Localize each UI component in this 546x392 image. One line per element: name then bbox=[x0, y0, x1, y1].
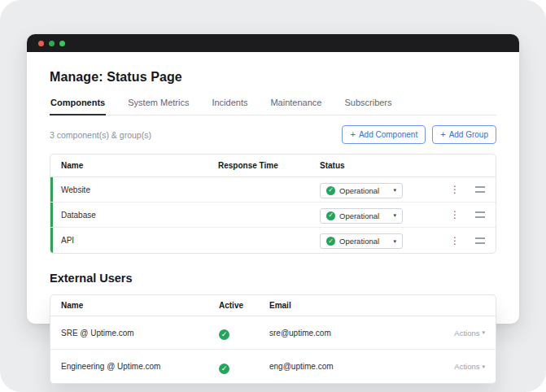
table-row: Database ✓ Operational ▾ ⋮ bbox=[50, 203, 496, 228]
add-component-button[interactable]: + Add Component bbox=[342, 125, 426, 144]
col-name: Name bbox=[61, 301, 219, 310]
user-name: SRE @ Uptime.com bbox=[61, 329, 219, 338]
tab-bar: Components System Metrics Incidents Main… bbox=[50, 98, 496, 115]
component-name: API bbox=[61, 236, 218, 245]
actions-dropdown[interactable]: Actions ▾ bbox=[425, 329, 485, 338]
table-row: Engineering @ Uptime.com ✓ eng@uptime.co… bbox=[50, 350, 496, 383]
page-title: Manage: Status Page bbox=[50, 70, 496, 85]
actions-dropdown[interactable]: Actions ▾ bbox=[425, 362, 485, 371]
chevron-down-icon: ▾ bbox=[393, 187, 396, 194]
col-response-time: Response Time bbox=[218, 161, 320, 170]
status-dropdown[interactable]: ✓ Operational ▾ bbox=[320, 183, 403, 198]
components-summary: 3 component(s) & group(s) bbox=[50, 130, 151, 140]
tab-components[interactable]: Components bbox=[50, 98, 106, 115]
kebab-menu-icon[interactable]: ⋮ bbox=[446, 209, 464, 220]
add-group-label: Add Group bbox=[449, 130, 488, 139]
table-row: SRE @ Uptime.com ✓ sre@uptime.com Action… bbox=[50, 316, 496, 350]
component-name: Website bbox=[61, 185, 218, 194]
col-email: Email bbox=[269, 301, 425, 310]
browser-window: Manage: Status Page Components System Me… bbox=[27, 34, 519, 324]
drag-handle-icon[interactable] bbox=[475, 237, 485, 244]
active-check-icon: ✓ bbox=[219, 329, 229, 340]
plus-icon: + bbox=[350, 130, 355, 139]
check-icon: ✓ bbox=[326, 237, 335, 246]
screenshot-stage: Manage: Status Page Components System Me… bbox=[0, 0, 546, 392]
table-row: API ✓ Operational ▾ ⋮ bbox=[50, 228, 496, 253]
check-icon: ✓ bbox=[326, 211, 335, 220]
col-status: Status bbox=[320, 161, 446, 170]
window-titlebar bbox=[27, 34, 519, 52]
chevron-down-icon: ▾ bbox=[393, 238, 396, 245]
kebab-menu-icon[interactable]: ⋮ bbox=[446, 184, 464, 195]
actions-label: Actions bbox=[454, 329, 479, 338]
tab-system-metrics[interactable]: System Metrics bbox=[127, 98, 190, 115]
external-users-title: External Users bbox=[50, 272, 496, 285]
status-value: Operational bbox=[339, 211, 379, 220]
actions-label: Actions bbox=[454, 362, 479, 371]
check-icon: ✓ bbox=[326, 186, 335, 195]
add-group-button[interactable]: + Add Group bbox=[432, 125, 496, 144]
user-email: sre@uptime.com bbox=[269, 329, 425, 338]
tab-maintenance[interactable]: Maintenance bbox=[269, 98, 322, 115]
components-table: Name Response Time Status Website ✓ Oper… bbox=[50, 154, 496, 254]
active-check-icon: ✓ bbox=[219, 364, 229, 374]
traffic-light-green-icon bbox=[49, 41, 55, 46]
background-card: Manage: Status Page Components System Me… bbox=[0, 0, 546, 392]
drag-handle-icon[interactable] bbox=[475, 186, 485, 193]
plus-icon: + bbox=[440, 130, 445, 139]
chevron-down-icon: ▾ bbox=[482, 364, 485, 370]
status-value: Operational bbox=[339, 237, 379, 246]
components-toolbar: 3 component(s) & group(s) + Add Componen… bbox=[50, 125, 496, 144]
window-content: Manage: Status Page Components System Me… bbox=[27, 70, 519, 384]
chevron-down-icon: ▾ bbox=[482, 329, 485, 336]
tab-subscribers[interactable]: Subscribers bbox=[343, 98, 392, 115]
user-name: Engineering @ Uptime.com bbox=[61, 362, 219, 371]
user-email: eng@uptime.com bbox=[269, 362, 425, 371]
chevron-down-icon: ▾ bbox=[393, 212, 396, 219]
drag-handle-icon[interactable] bbox=[475, 211, 485, 218]
traffic-light-green2-icon bbox=[59, 41, 65, 46]
external-users-table-header: Name Active Email bbox=[50, 295, 496, 316]
components-table-header: Name Response Time Status bbox=[50, 155, 496, 177]
component-name: Database bbox=[61, 211, 218, 220]
status-value: Operational bbox=[339, 186, 379, 195]
col-name: Name bbox=[61, 161, 218, 170]
toolbar-buttons: + Add Component + Add Group bbox=[342, 125, 496, 144]
table-row: Website ✓ Operational ▾ ⋮ bbox=[50, 177, 496, 203]
status-dropdown[interactable]: ✓ Operational ▾ bbox=[320, 233, 403, 249]
col-active: Active bbox=[219, 301, 269, 310]
add-component-label: Add Component bbox=[359, 130, 417, 139]
tab-incidents[interactable]: Incidents bbox=[211, 98, 248, 115]
status-dropdown[interactable]: ✓ Operational ▾ bbox=[320, 208, 403, 224]
external-users-table: Name Active Email SRE @ Uptime.com ✓ sre… bbox=[50, 294, 496, 384]
traffic-light-red-icon bbox=[38, 41, 44, 46]
kebab-menu-icon[interactable]: ⋮ bbox=[446, 235, 464, 246]
